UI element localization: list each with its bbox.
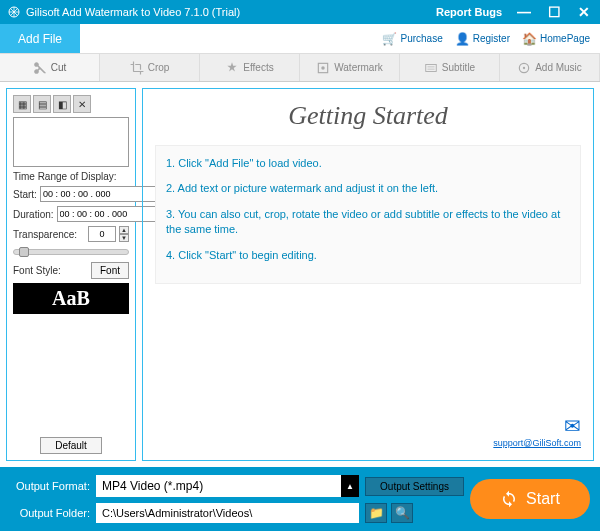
output-format-select[interactable]: MP4 Video (*.mp4) ▲ xyxy=(96,475,359,497)
user-icon: 👤 xyxy=(455,32,470,46)
default-button[interactable]: Default xyxy=(40,437,102,454)
tab-add-music[interactable]: Add Music xyxy=(500,54,600,81)
chevron-up-icon: ▲ xyxy=(341,475,359,497)
purchase-link[interactable]: 🛒Purchase xyxy=(382,32,442,46)
preview-box xyxy=(13,117,129,167)
bottombar: Output Format: MP4 Video (*.mp4) ▲ Outpu… xyxy=(0,467,600,531)
search-icon: 🔍 xyxy=(395,506,410,520)
app-title: Gilisoft Add Watermark to Video 7.1.0 (T… xyxy=(26,6,240,18)
refresh-icon xyxy=(500,490,518,508)
main-panel: Getting Started 1. Click "Add File" to l… xyxy=(142,88,594,461)
cart-icon: 🛒 xyxy=(382,32,397,46)
svg-point-2 xyxy=(321,66,325,70)
browse-folder-button[interactable]: 📁 xyxy=(365,503,387,523)
output-settings-button[interactable]: Output Settings xyxy=(365,477,464,496)
output-folder-input[interactable] xyxy=(96,503,359,523)
tab-effects[interactable]: Effects xyxy=(200,54,300,81)
close-button[interactable]: ✕ xyxy=(576,4,592,20)
homepage-link[interactable]: 🏠HomePage xyxy=(522,32,590,46)
titlebar: Gilisoft Add Watermark to Video 7.1.0 (T… xyxy=(0,0,600,24)
tool-delete-button[interactable]: ✕ xyxy=(73,95,91,113)
step-3: 3. You can also cut, crop, rotate the vi… xyxy=(166,207,570,238)
maximize-button[interactable]: ☐ xyxy=(546,4,562,20)
tab-watermark[interactable]: Watermark xyxy=(300,54,400,81)
tabbar: Cut Crop Effects Watermark Subtitle Add … xyxy=(0,54,600,82)
font-preview: AaB xyxy=(13,283,129,314)
report-bugs-link[interactable]: Report Bugs xyxy=(436,6,502,18)
output-folder-label: Output Folder: xyxy=(10,507,90,519)
home-icon: 🏠 xyxy=(522,32,537,46)
tab-crop[interactable]: Crop xyxy=(100,54,200,81)
envelope-icon: ✉ xyxy=(155,414,581,438)
tool-button-1[interactable]: ▦ xyxy=(13,95,31,113)
output-format-label: Output Format: xyxy=(10,480,90,492)
svg-rect-3 xyxy=(426,64,437,71)
register-link[interactable]: 👤Register xyxy=(455,32,510,46)
tool-button-2[interactable]: ▤ xyxy=(33,95,51,113)
tab-cut[interactable]: Cut xyxy=(0,54,100,81)
start-button[interactable]: Start xyxy=(470,479,590,519)
font-button[interactable]: Font xyxy=(91,262,129,279)
start-label: Start: xyxy=(13,189,37,200)
instructions: 1. Click "Add File" to load video. 2. Ad… xyxy=(155,145,581,284)
tab-subtitle[interactable]: Subtitle xyxy=(400,54,500,81)
sidebar: ▦ ▤ ◧ ✕ Time Range of Display: Start: ▲▼… xyxy=(6,88,136,461)
tool-button-3[interactable]: ◧ xyxy=(53,95,71,113)
folder-icon: 📁 xyxy=(369,506,384,520)
transparence-label: Transparence: xyxy=(13,229,77,240)
start-input[interactable] xyxy=(40,186,158,202)
duration-label: Duration: xyxy=(13,209,54,220)
support-block: ✉ support@GiliSoft.com xyxy=(155,414,581,448)
time-range-label: Time Range of Display: xyxy=(13,171,129,182)
transparence-input[interactable] xyxy=(88,226,116,242)
support-email-link[interactable]: support@GiliSoft.com xyxy=(493,438,581,448)
add-file-button[interactable]: Add File xyxy=(0,24,80,53)
step-1: 1. Click "Add File" to load video. xyxy=(166,156,570,171)
transparence-slider[interactable] xyxy=(13,249,129,255)
step-2: 2. Add text or picture watermark and adj… xyxy=(166,181,570,196)
minimize-button[interactable]: — xyxy=(516,4,532,20)
svg-point-7 xyxy=(523,66,525,68)
transparence-spinner[interactable]: ▲▼ xyxy=(119,226,129,242)
font-style-label: Font Style: xyxy=(13,265,61,276)
page-title: Getting Started xyxy=(155,101,581,131)
step-4: 4. Click "Start" to begin editing. xyxy=(166,248,570,263)
open-folder-button[interactable]: 🔍 xyxy=(391,503,413,523)
app-icon xyxy=(8,6,20,18)
topbar: Add File 🛒Purchase 👤Register 🏠HomePage xyxy=(0,24,600,54)
